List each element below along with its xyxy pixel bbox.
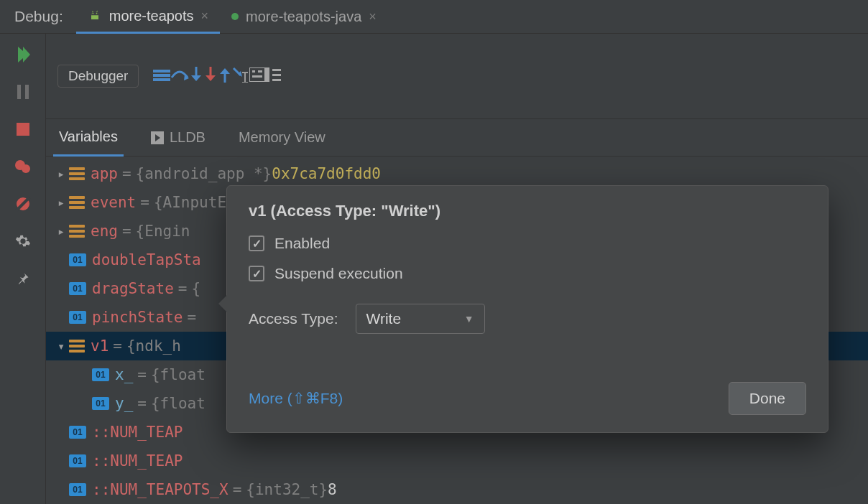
variable-name: ::NUM_TEAP xyxy=(92,424,183,441)
tab-label: Variables xyxy=(59,129,118,145)
svg-rect-18 xyxy=(258,70,262,73)
access-type-label: Access Type: xyxy=(249,310,338,327)
variable-name: y_ xyxy=(115,395,133,412)
collapse-icon[interactable] xyxy=(53,339,69,353)
equals-sign: = xyxy=(140,194,149,211)
equals-sign: = xyxy=(178,280,188,297)
tab-label: Memory View xyxy=(239,129,326,146)
svg-rect-2 xyxy=(17,123,29,136)
show-frames-icon[interactable] xyxy=(153,68,170,85)
variable-type: {ndk_h xyxy=(126,337,181,355)
pause-icon[interactable] xyxy=(14,83,32,101)
debug-label: Debug: xyxy=(0,8,76,25)
variable-name: dragState xyxy=(92,280,174,297)
primitive-icon: 01 xyxy=(69,483,86,496)
svg-rect-1 xyxy=(25,85,29,99)
variable-name: x_ xyxy=(115,366,133,383)
resume-icon[interactable] xyxy=(14,45,32,64)
variable-type: {float xyxy=(151,366,206,383)
variable-name: ::NUM_TEAP xyxy=(92,452,183,470)
variable-name: event xyxy=(91,194,136,211)
svg-rect-0 xyxy=(17,85,21,99)
variable-type: {float xyxy=(151,395,206,412)
tab-label: LLDB xyxy=(170,129,206,146)
tab-more-teapots[interactable]: more-teapots × xyxy=(76,1,220,34)
force-step-into-icon[interactable] xyxy=(203,67,218,86)
mute-breakpoints-icon[interactable] xyxy=(14,195,32,213)
popup-title: v1 (Access Type: "Write") xyxy=(249,202,806,220)
struct-icon xyxy=(69,340,85,353)
primitive-icon: 01 xyxy=(69,426,86,439)
more-link[interactable]: More (⇧⌘F8) xyxy=(249,390,343,407)
svg-rect-16 xyxy=(249,67,265,82)
primitive-icon: 01 xyxy=(69,454,86,467)
equals-sign: = xyxy=(187,309,196,326)
popup-tail xyxy=(218,295,227,312)
done-button[interactable]: Done xyxy=(729,382,806,415)
chevron-down-icon: ▼ xyxy=(464,313,474,325)
tab-lldb[interactable]: LLDB xyxy=(145,119,211,156)
close-icon[interactable]: × xyxy=(369,9,377,24)
svg-rect-20 xyxy=(265,67,269,82)
enabled-checkbox[interactable] xyxy=(249,235,264,251)
run-config-dot-icon xyxy=(231,13,239,20)
debugger-dropdown[interactable]: Debugger xyxy=(57,65,139,88)
run-to-cursor-icon[interactable] xyxy=(232,67,249,86)
tab-more-teapots-java[interactable]: more-teapots-java × xyxy=(220,0,388,33)
variable-name: v1 xyxy=(91,337,108,355)
debugger-toolbar: Debugger xyxy=(46,34,868,119)
debug-tab-strip: Debug: more-teapots × more-teapots-java … xyxy=(0,0,868,34)
expand-icon[interactable] xyxy=(53,195,69,210)
evaluate-expression-icon[interactable] xyxy=(249,67,265,85)
svg-rect-21 xyxy=(272,69,281,71)
android-icon xyxy=(88,9,102,23)
variable-name: eng xyxy=(91,223,118,240)
close-icon[interactable]: × xyxy=(201,9,209,24)
access-type-select[interactable]: Write ▼ xyxy=(356,304,485,334)
stop-icon[interactable] xyxy=(14,120,32,139)
variable-type: {int32_t} xyxy=(246,481,328,498)
variable-row[interactable]: 01::NUM_TEAP xyxy=(46,447,868,475)
watchpoint-popup: v1 (Access Type: "Write") Enabled Suspen… xyxy=(226,185,828,433)
suspend-label: Suspend execution xyxy=(274,265,403,282)
pin-icon[interactable] xyxy=(14,269,32,288)
svg-rect-8 xyxy=(153,74,170,77)
variable-row[interactable]: 01::NUM_TEAPOTS_X = {int32_t} 8 xyxy=(46,475,868,504)
tab-variables[interactable]: Variables xyxy=(53,120,124,157)
step-into-icon[interactable] xyxy=(189,67,203,86)
tab-label: more-teapots-java xyxy=(246,9,361,25)
variable-value: 8 xyxy=(328,481,337,498)
equals-sign: = xyxy=(122,223,131,240)
console-icon xyxy=(151,131,164,144)
struct-icon xyxy=(69,196,85,209)
svg-rect-9 xyxy=(153,78,170,81)
variable-name: app xyxy=(91,165,118,182)
variable-name: ::NUM_TEAPOTS_X xyxy=(92,481,228,498)
settings-icon[interactable] xyxy=(14,232,32,251)
svg-point-4 xyxy=(22,164,30,173)
expand-icon[interactable] xyxy=(53,167,69,181)
svg-rect-22 xyxy=(272,74,281,76)
variable-type: { xyxy=(191,280,200,297)
debugger-subtabs: Variables LLDB Memory View xyxy=(46,119,868,157)
equals-sign: = xyxy=(122,165,131,182)
access-type-value: Write xyxy=(366,310,402,327)
equals-sign: = xyxy=(137,395,147,412)
step-over-icon[interactable] xyxy=(170,67,189,85)
suspend-checkbox[interactable] xyxy=(249,266,264,281)
variable-row[interactable]: app = {android_app *} 0x7ca7d0fdd0 xyxy=(46,159,868,188)
trace-icon[interactable] xyxy=(265,67,281,85)
tab-memory-view[interactable]: Memory View xyxy=(233,119,331,156)
svg-rect-23 xyxy=(272,79,281,81)
primitive-icon: 01 xyxy=(69,311,86,324)
struct-icon xyxy=(69,167,85,180)
equals-sign: = xyxy=(113,337,122,355)
equals-sign: = xyxy=(233,481,242,498)
view-breakpoints-icon[interactable] xyxy=(14,157,32,176)
svg-rect-7 xyxy=(153,70,170,73)
svg-rect-17 xyxy=(252,70,255,73)
expand-icon[interactable] xyxy=(53,224,69,238)
step-out-icon[interactable] xyxy=(218,67,232,86)
variable-type: {Engin xyxy=(136,223,190,240)
enabled-label: Enabled xyxy=(274,235,330,252)
